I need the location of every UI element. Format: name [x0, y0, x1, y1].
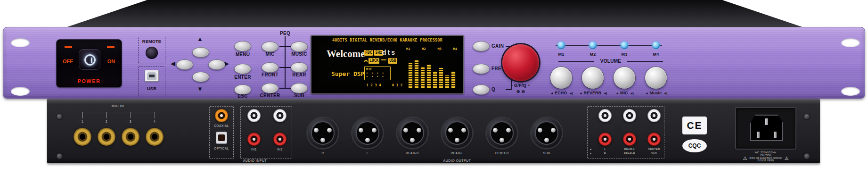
coaxial-jack — [215, 109, 228, 122]
gain-button[interactable] — [473, 41, 490, 51]
music-knob[interactable] — [645, 67, 667, 89]
reverb-knob[interactable] — [582, 67, 604, 89]
power-off-mark — [65, 46, 72, 48]
mic-dots: • • • • — [366, 71, 389, 75]
rca-out-r — [598, 133, 612, 146]
screw-icon — [804, 114, 810, 120]
meter-label: M2 — [422, 47, 426, 51]
rca-out-rear-l — [623, 109, 636, 122]
xlr-label: REAR-L — [438, 151, 476, 155]
power-label: POWER — [57, 78, 122, 84]
meter-bar — [409, 63, 412, 88]
menu-button[interactable] — [234, 41, 251, 51]
arrow-up-icon: ▲ — [197, 36, 203, 42]
ac-inlet — [735, 107, 796, 150]
speaker-max-icon: ◄) — [630, 92, 633, 95]
peq-front-button[interactable] — [262, 62, 278, 73]
lock-icon — [364, 60, 368, 62]
peq-sub-label: SUB — [286, 93, 312, 98]
product-shot: OFF ON POWER REMOTE USB ▲ ▼ ◀ ▶ — [0, 0, 868, 192]
freq-button[interactable] — [473, 64, 490, 74]
welcome-text: Welcome° — [327, 48, 367, 60]
mic-status-box: MIC • • • • • • • • — [364, 66, 391, 80]
speaker-min-icon: ◄ — [550, 92, 553, 95]
rca-row-down-icon: ▼ — [589, 151, 593, 155]
dpad-down-button[interactable] — [192, 72, 209, 82]
meter-bar — [427, 64, 431, 88]
peq-music-button[interactable] — [291, 42, 308, 52]
meter-bar — [445, 75, 449, 88]
m4-label: M4 — [646, 52, 666, 57]
peq-mic-button[interactable] — [262, 42, 278, 52]
peq-sub-button[interactable] — [291, 83, 308, 93]
front-panel: OFF ON POWER REMOTE USB ▲ ▼ ◀ ▶ — [3, 27, 865, 99]
rack-ear-hole — [841, 87, 860, 96]
mic-in-label: MIC IN — [92, 104, 144, 108]
mic-knob[interactable] — [614, 67, 635, 89]
caution-line1: CAUTION — [760, 154, 771, 157]
dpad-right-button[interactable] — [208, 59, 225, 70]
dpad-up-button[interactable] — [192, 47, 209, 58]
peq-group: PEQ MIC MUSIC FRONT REAR CENTER SUB — [259, 31, 311, 101]
dpad-left-button[interactable] — [176, 59, 193, 70]
caution-line2: RISK OF ELECTRIC SHOCK — [749, 157, 782, 159]
music-knob-label: ◄Music◄) — [638, 91, 674, 95]
meter-bar — [421, 67, 425, 88]
usb-box: USB — [138, 66, 165, 96]
echo-knob-label: ◄ECHO◄) — [543, 91, 579, 95]
rca-out-sub — [647, 133, 661, 146]
ac-socket — [750, 115, 783, 141]
peq-front-label: FRONT — [257, 73, 283, 77]
screw-icon — [57, 114, 63, 120]
meter-bar — [451, 72, 455, 88]
xlr-label: SUB — [528, 151, 565, 155]
echo-knob[interactable] — [550, 67, 572, 89]
audio-output-label: AUDIO OUTPUT — [398, 159, 516, 163]
super-dsp-text: Super DSP — [331, 71, 364, 77]
rca-label: REAR-L — [617, 147, 642, 151]
enter-button[interactable] — [234, 64, 251, 74]
power-button[interactable] — [79, 49, 100, 70]
m3-label: M3 — [614, 52, 635, 57]
meter-bar — [439, 68, 443, 88]
caution-line3: DONOT OPEN — [757, 159, 774, 162]
q-button[interactable] — [473, 84, 490, 95]
rca-out-rear-r — [623, 133, 636, 146]
xlr-out-center — [487, 118, 517, 148]
display-title: 48BITS DIGITAL REVERB/ECHO KARAOKE PROCE… — [311, 38, 463, 42]
fbc-badge: FBC — [364, 50, 373, 56]
mic-jack-number: 3 — [128, 120, 133, 124]
audio-input-label: AUDIO INPUT — [220, 159, 290, 163]
rca-label: REAR-R — [617, 151, 642, 155]
xlr-label: L — [349, 151, 386, 155]
ir-sensor-icon — [146, 47, 158, 59]
peq-rear-button[interactable] — [291, 62, 308, 73]
meter-bar — [415, 60, 418, 88]
xlr-label: R — [304, 151, 342, 155]
in1-label: IN1 — [243, 148, 265, 151]
m3-led — [621, 42, 628, 49]
vu-meters: M1 M2 M3 M4 — [404, 47, 459, 92]
speaker-min-icon: ◄ — [579, 92, 582, 95]
power-icon — [84, 54, 96, 66]
usb-port[interactable] — [145, 70, 159, 82]
mic-jack-number: 1 — [80, 120, 85, 124]
mic-knob-label: ◄MIC◄) — [606, 91, 642, 95]
power-on-label: ON — [103, 58, 120, 64]
in1-right-jack — [247, 133, 261, 146]
rca-label: R — [593, 151, 617, 155]
gfq-knob[interactable] — [502, 44, 539, 81]
usb-label: USB — [139, 86, 165, 91]
usb-icon — [381, 59, 386, 60]
dts-logo: dts — [382, 49, 396, 56]
rca-row-up-icon: ▲ — [589, 147, 593, 151]
in2-right-jack — [273, 133, 287, 146]
meter-bar — [433, 72, 437, 88]
xlr-out-rear-r — [397, 118, 427, 148]
peq-center-button[interactable] — [262, 83, 278, 93]
menu-label: MENU — [228, 52, 257, 57]
mic-jack-1 — [74, 128, 91, 146]
xlr-out-l — [352, 118, 383, 148]
speaker-min-icon: ◄ — [645, 92, 648, 95]
speaker-max-icon: ◄) — [569, 92, 572, 95]
